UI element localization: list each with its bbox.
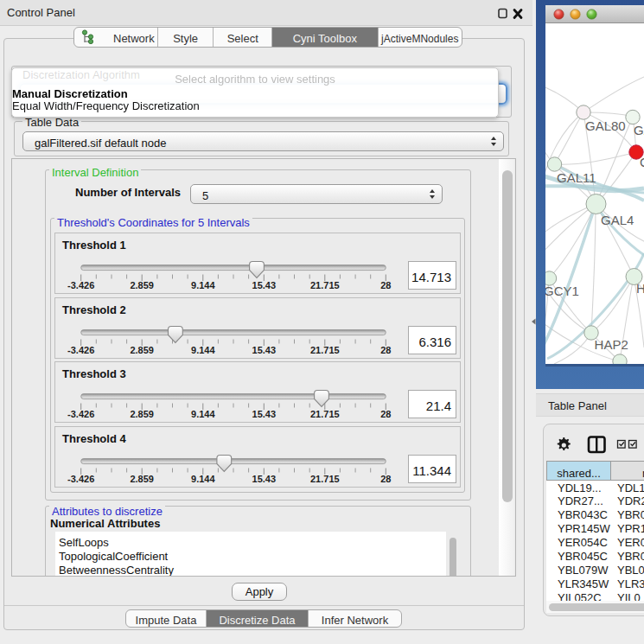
svg-text:-3.426: -3.426 — [67, 409, 94, 419]
svg-text:28: 28 — [380, 473, 391, 483]
svg-text:9.144: 9.144 — [191, 280, 215, 290]
svg-text:2.859: 2.859 — [130, 473, 154, 483]
svg-text:15.43: 15.43 — [252, 409, 277, 419]
svg-text:GAL80: GAL80 — [585, 118, 626, 133]
svg-text:28: 28 — [380, 344, 391, 354]
svg-text:21.715: 21.715 — [310, 280, 340, 290]
svg-text:21.715: 21.715 — [310, 409, 340, 419]
svg-text:GAL4: GAL4 — [601, 213, 634, 227]
svg-text:2.859: 2.859 — [130, 409, 154, 419]
svg-text:-3.426: -3.426 — [67, 473, 94, 483]
svg-text:H: H — [636, 281, 644, 296]
svg-text:9.144: 9.144 — [191, 473, 215, 483]
svg-text:HAP2: HAP2 — [595, 337, 628, 352]
svg-text:15.43: 15.43 — [252, 473, 277, 483]
svg-text:-3.426: -3.426 — [67, 344, 94, 354]
svg-text:28: 28 — [380, 280, 391, 290]
svg-text:21.715: 21.715 — [310, 473, 340, 483]
svg-text:28: 28 — [380, 409, 391, 419]
svg-text:-3.426: -3.426 — [67, 280, 94, 290]
svg-text:15.43: 15.43 — [252, 280, 277, 290]
svg-text:2.859: 2.859 — [130, 344, 154, 354]
svg-text:GA: GA — [634, 123, 644, 137]
svg-text:9.144: 9.144 — [191, 409, 215, 419]
svg-text:21.715: 21.715 — [310, 344, 340, 354]
svg-text:2.859: 2.859 — [130, 280, 154, 290]
svg-text:C: C — [640, 155, 644, 169]
svg-text:15.43: 15.43 — [252, 344, 277, 354]
svg-text:GAL11: GAL11 — [557, 170, 596, 185]
svg-text:GCY1: GCY1 — [545, 284, 579, 298]
svg-text:9.144: 9.144 — [191, 344, 215, 354]
